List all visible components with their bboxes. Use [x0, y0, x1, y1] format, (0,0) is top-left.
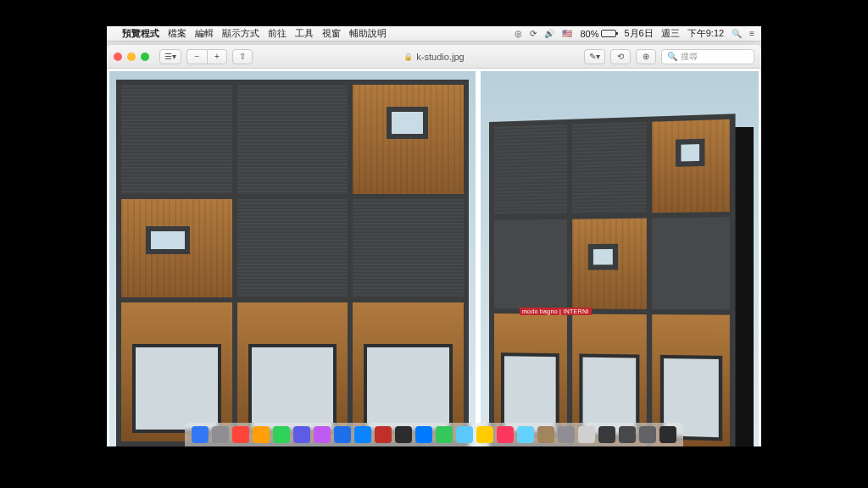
spotlight-icon[interactable]: 🔍 — [732, 29, 742, 38]
fullscreen-icon[interactable] — [141, 53, 149, 61]
menu-view[interactable]: 顯示方式 — [222, 27, 259, 40]
search-icon: 🔍 — [667, 52, 677, 61]
dock-app-22[interactable] — [639, 426, 656, 443]
battery-status[interactable]: 80% — [580, 29, 616, 39]
dock-app-23[interactable] — [659, 426, 676, 443]
dock-app-10[interactable] — [395, 426, 412, 443]
dock-app-6[interactable] — [314, 426, 331, 443]
filename-label: k-studio.jpg — [416, 52, 464, 62]
menu-go[interactable]: 前往 — [268, 27, 287, 40]
dock-app-2[interactable] — [232, 426, 249, 443]
app-menu[interactable]: 預覽程式 — [122, 27, 159, 40]
search-input[interactable]: 🔍 搜尋 — [661, 49, 754, 64]
notification-center-icon[interactable]: ≡ — [749, 29, 754, 38]
image-left-elevation — [109, 71, 476, 446]
dock-app-20[interactable] — [598, 426, 615, 443]
dock-app-14[interactable] — [476, 426, 493, 443]
search-placeholder: 搜尋 — [681, 51, 698, 63]
battery-percent: 80% — [580, 29, 598, 39]
annotate-button[interactable]: ⊕ — [636, 49, 656, 64]
battery-icon — [601, 30, 616, 37]
dock-app-7[interactable] — [334, 426, 351, 443]
window-controls — [114, 53, 149, 61]
dock-app-9[interactable] — [375, 426, 392, 443]
image-viewport[interactable]: modo bagno | INTERNI — [107, 69, 761, 446]
image-right-perspective: modo bagno | INTERNI — [481, 71, 759, 446]
dock-app-13[interactable] — [456, 426, 473, 443]
dock-app-0[interactable] — [192, 426, 209, 443]
menu-window[interactable]: 視窗 — [322, 27, 341, 40]
menu-edit[interactable]: 編輯 — [195, 27, 214, 40]
dock-app-11[interactable] — [415, 426, 432, 443]
minimize-icon[interactable] — [127, 53, 136, 61]
window-titlebar[interactable]: ☰▾ − + ⇧ 🔒 k-studio.jpg ✎▾ ⟲ ⊕ 🔍 搜尋 — [107, 45, 761, 69]
menu-tools[interactable]: 工具 — [295, 27, 314, 40]
window-title: 🔒 k-studio.jpg — [403, 52, 464, 62]
dock-app-12[interactable] — [436, 426, 453, 443]
lock-icon: 🔒 — [403, 53, 413, 61]
menubar-weekday: 週三 — [661, 27, 680, 40]
menu-bar: 預覽程式 檔案 編輯 顯示方式 前往 工具 視窗 輔助說明 ◎ ⟳ 🔊 🇺🇸 8… — [107, 26, 761, 42]
markup-button[interactable]: ✎▾ — [584, 49, 605, 64]
dock-app-16[interactable] — [517, 426, 534, 443]
zoom-in-button[interactable]: + — [207, 49, 227, 64]
zoom-out-button[interactable]: − — [186, 49, 207, 64]
dock-app-5[interactable] — [293, 426, 310, 443]
rotate-button[interactable]: ⟲ — [610, 49, 631, 64]
dock[interactable] — [185, 423, 683, 446]
share-button[interactable]: ⇧ — [232, 49, 253, 64]
menubar-time: 下午9:12 — [687, 27, 724, 40]
close-icon[interactable] — [114, 53, 122, 61]
volume-icon[interactable]: 🔊 — [544, 29, 554, 38]
dock-app-3[interactable] — [253, 426, 270, 443]
menubar-date[interactable]: 5月6日 — [624, 27, 653, 40]
dock-app-4[interactable] — [273, 426, 290, 443]
preview-window: ☰▾ − + ⇧ 🔒 k-studio.jpg ✎▾ ⟲ ⊕ 🔍 搜尋 — [107, 45, 761, 446]
macos-desktop: 預覽程式 檔案 編輯 顯示方式 前往 工具 視窗 輔助說明 ◎ ⟳ 🔊 🇺🇸 8… — [107, 26, 761, 446]
dock-app-18[interactable] — [558, 426, 575, 443]
dock-app-15[interactable] — [497, 426, 514, 443]
sidebar-toggle-button[interactable]: ☰▾ — [159, 49, 181, 64]
dock-app-17[interactable] — [537, 426, 554, 443]
airplay-icon[interactable]: ◎ — [515, 29, 522, 38]
sync-icon[interactable]: ⟳ — [530, 29, 537, 38]
dock-app-19[interactable] — [578, 426, 595, 443]
storefront-sign: modo bagno | INTERNI — [520, 308, 592, 315]
zoom-group: − + — [186, 49, 227, 64]
dock-app-21[interactable] — [619, 426, 636, 443]
menu-help[interactable]: 輔助說明 — [349, 27, 387, 40]
menu-file[interactable]: 檔案 — [168, 27, 186, 40]
dock-app-1[interactable] — [212, 426, 229, 443]
input-source-icon[interactable]: 🇺🇸 — [562, 29, 572, 38]
dock-app-8[interactable] — [354, 426, 371, 443]
